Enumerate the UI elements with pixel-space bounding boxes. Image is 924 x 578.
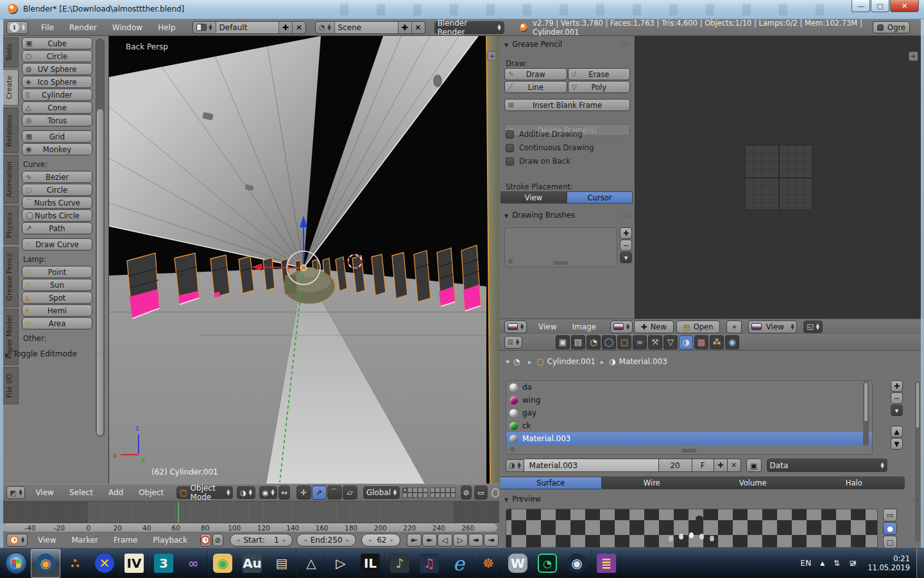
- language-indicator[interactable]: EN: [801, 559, 812, 568]
- layers-widget[interactable]: [402, 487, 428, 498]
- taskbar-app-button[interactable]: ∴: [60, 549, 90, 578]
- properties-tab[interactable]: ⁂: [710, 335, 724, 349]
- display-channels-selector[interactable]: View: [748, 320, 797, 333]
- scene-selector[interactable]: ◔ Scene ✚ ✕: [315, 21, 425, 34]
- properties-tab[interactable]: ◯: [602, 335, 616, 349]
- manipulator-button[interactable]: ✛: [296, 486, 311, 500]
- manipulate-centers-button[interactable]: ↔: [278, 486, 289, 500]
- list-resize-handle[interactable]: [554, 261, 568, 265]
- properties-tab[interactable]: ◉: [725, 335, 739, 349]
- tool-shelf-tab[interactable]: Create: [1, 69, 19, 106]
- region-expand-button[interactable]: +: [909, 51, 918, 61]
- taskbar-app-button[interactable]: IV: [119, 549, 149, 578]
- taskbar-app-button[interactable]: ◉: [31, 549, 60, 578]
- material-type-tab[interactable]: Wire: [602, 477, 703, 489]
- menu-item[interactable]: View: [28, 488, 61, 497]
- add-lamp-button[interactable]: ☀Sun: [22, 279, 92, 291]
- add-layout-button[interactable]: ✚: [278, 22, 292, 33]
- ogre-checkbox[interactable]: [877, 24, 884, 31]
- taskbar-app-button[interactable]: ◉: [562, 549, 592, 578]
- opengl-render-button[interactable]: ▭: [474, 486, 487, 500]
- data-select[interactable]: Data: [767, 459, 887, 472]
- tool-shelf-tab[interactable]: File I/O: [1, 367, 19, 405]
- menu-item[interactable]: View: [531, 322, 564, 331]
- lock-to-scene-button[interactable]: ⊘: [461, 486, 472, 500]
- playback-button[interactable]: ↠: [468, 534, 483, 547]
- add-mesh-button[interactable]: ▣Cube: [22, 37, 92, 49]
- material-slot-row[interactable]: gay: [506, 407, 872, 419]
- new-image-button[interactable]: ✚ New: [634, 320, 674, 333]
- editor-type-selector[interactable]: ◩: [6, 486, 25, 499]
- menu-item[interactable]: Render: [62, 23, 105, 32]
- properties-tab[interactable]: ▩: [694, 335, 708, 349]
- properties-tab[interactable]: ▣: [556, 335, 570, 349]
- brush-list-button[interactable]: −: [620, 240, 632, 251]
- playback-button[interactable]: ⇤: [407, 534, 422, 547]
- playback-sync-button[interactable]: [200, 534, 211, 547]
- brush-list-button[interactable]: ✚: [620, 227, 632, 239]
- option-checkbox[interactable]: [506, 144, 514, 152]
- fake-user-button[interactable]: F: [692, 459, 714, 472]
- timeline-ruler[interactable]: -40-200204060801001201401601802002202402…: [1, 523, 498, 532]
- material-users-button[interactable]: 20: [659, 459, 692, 472]
- preview-cube-button[interactable]: ▢: [883, 536, 897, 548]
- timeline-track[interactable]: [0, 502, 499, 523]
- menu-item[interactable]: File: [33, 23, 62, 32]
- material-type-tab[interactable]: Halo: [804, 477, 905, 489]
- material-slot-list[interactable]: da wing gay ck M: [506, 380, 873, 455]
- properties-tab[interactable]: ⚒: [648, 335, 662, 349]
- manipulator-button[interactable]: ↗: [312, 486, 327, 500]
- add-mesh-button[interactable]: △Cone: [22, 101, 92, 114]
- material-browse-selector[interactable]: ◑: [506, 459, 524, 472]
- stroke-placement-option[interactable]: View: [501, 191, 567, 204]
- material-type-tab[interactable]: Surface: [501, 477, 602, 489]
- open-image-button[interactable]: ▤ Open: [676, 320, 721, 333]
- panel-drag-dots[interactable]: [620, 40, 630, 49]
- lock-frame-button[interactable]: ⊘: [212, 534, 223, 547]
- list-resize-handle[interactable]: [682, 449, 696, 452]
- last-operator-panel[interactable]: Toggle Editmode: [0, 347, 109, 361]
- taskbar-app-button[interactable]: ♪: [385, 549, 415, 578]
- material-slot-row[interactable]: da: [506, 381, 872, 394]
- pin-button[interactable]: ⌖: [726, 320, 742, 333]
- add-lamp-button[interactable]: ☼Point: [22, 266, 92, 278]
- add-mesh-button[interactable]: ◎Torus: [22, 114, 92, 127]
- opengl-render-anim-icon[interactable]: [492, 488, 499, 498]
- tool-shelf-scrollbar-thumb[interactable]: [97, 109, 103, 435]
- add-lamp-button[interactable]: ▱Area: [22, 317, 92, 329]
- material-slot-row[interactable]: wing: [506, 394, 872, 407]
- 3d-scene[interactable]: z x y +: [109, 36, 499, 484]
- node-icon[interactable]: ◔: [513, 357, 520, 366]
- tool-shelf-tab[interactable]: Grease Pencil: [1, 247, 19, 307]
- taskbar-app-button[interactable]: Au: [237, 549, 267, 578]
- add-mesh-button[interactable]: ○Circle: [22, 50, 92, 62]
- add-mesh-button[interactable]: ◉Monkey: [22, 143, 92, 155]
- unlink-material-button[interactable]: ✕: [728, 459, 741, 472]
- menu-item[interactable]: View: [30, 536, 64, 545]
- preview-panel-header[interactable]: Preview: [504, 495, 919, 504]
- tool-shelf-tab[interactable]: Relations: [1, 108, 19, 153]
- taskbar-app-button[interactable]: ≣: [592, 549, 621, 578]
- add-curve-button[interactable]: ↗Path: [22, 222, 92, 234]
- delete-scene-button[interactable]: ✕: [411, 22, 425, 33]
- taskbar-app-button[interactable]: IL: [355, 549, 385, 578]
- menu-item[interactable]: Window: [105, 23, 150, 32]
- add-curve-button[interactable]: ◌Circle: [22, 184, 92, 196]
- material-slot-button[interactable]: ▾: [891, 405, 903, 416]
- material-slot-button[interactable]: ▼: [891, 438, 903, 450]
- tool-shelf-tab[interactable]: Physics: [1, 206, 19, 245]
- manipulator-button[interactable]: ⌒: [327, 486, 342, 500]
- layers-widget-2[interactable]: [430, 487, 456, 498]
- editor-type-selector[interactable]: [6, 534, 28, 547]
- clock[interactable]: 0:21 11.05.2019: [868, 554, 910, 572]
- add-curve-button[interactable]: ⌒Nurbs Curve: [22, 197, 92, 209]
- properties-tab[interactable]: ∞: [633, 335, 647, 349]
- preview-flat-button[interactable]: ▭: [883, 509, 897, 521]
- menu-item[interactable]: Playback: [145, 536, 195, 545]
- material-slot-row[interactable]: ck: [506, 419, 872, 432]
- draw-curve-button[interactable]: ✎ Draw Curve: [22, 238, 92, 250]
- transform-orientation-selector[interactable]: Global: [363, 486, 400, 499]
- menu-item[interactable]: Select: [62, 488, 101, 497]
- option-checkbox[interactable]: [506, 157, 514, 166]
- material-slot-button[interactable]: ✚: [891, 380, 903, 392]
